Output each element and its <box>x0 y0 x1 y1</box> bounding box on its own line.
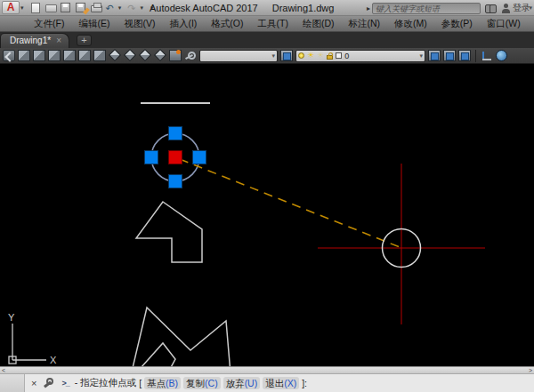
polyline-entity-triangle[interactable] <box>141 343 175 366</box>
grip-bottom[interactable] <box>169 175 182 188</box>
search-collapse-icon[interactable]: ▸ <box>367 4 370 12</box>
layer-color-swatch <box>336 52 342 59</box>
layer-viewport-freeze-icon[interactable]: ☀ <box>317 52 324 60</box>
grip-left[interactable] <box>145 151 158 164</box>
command-option-undo[interactable]: 放弃(U) <box>223 377 261 389</box>
view-sw-iso-icon[interactable] <box>109 50 121 61</box>
command-option-base-point[interactable]: 基点(B) <box>144 377 181 389</box>
layer-lock-icon[interactable] <box>327 55 333 60</box>
new-tab-button[interactable]: + <box>77 35 92 46</box>
layer-states-icon[interactable] <box>428 50 441 61</box>
app-menu-logo[interactable]: A <box>2 1 20 14</box>
menu-edit[interactable]: 编辑(E) <box>71 16 117 31</box>
scroll-left-icon[interactable]: < <box>2 367 5 373</box>
redo-dropdown-icon[interactable]: ▾ <box>140 4 143 12</box>
command-prompt[interactable]: - 指定拉伸点或 [ 基点(B) 复制(C) 放弃(U) 退出(X) ]: <box>75 377 307 389</box>
menu-format[interactable]: 格式(O) <box>204 16 250 31</box>
command-customize-icon[interactable] <box>43 378 53 388</box>
named-views-icon[interactable] <box>3 50 15 61</box>
menu-modify[interactable]: 修改(M) <box>387 16 434 31</box>
menu-bar: 文件(F) 编辑(E) 视图(V) 插入(I) 格式(O) 工具(T) 绘图(D… <box>0 16 534 32</box>
layer-combo[interactable]: ☀ ☀ 0 ▾ <box>295 50 425 62</box>
ucs-icon: Y X <box>8 312 57 365</box>
menu-insert[interactable]: 插入(I) <box>162 16 204 31</box>
command-bracket-open: [ <box>139 378 142 388</box>
autocad-window: A ▾ ↶ ▾ ↷ ▾ ▾ Autodesk AutoCAD 2017 Draw… <box>0 0 534 392</box>
redo-icon[interactable]: ↷ <box>127 3 135 13</box>
search-icon[interactable] <box>485 4 498 12</box>
open-file-icon[interactable] <box>45 3 57 13</box>
view-combo-dropdown-icon[interactable]: ▾ <box>269 52 275 60</box>
show-motion-icon[interactable] <box>184 50 197 61</box>
save-as-icon[interactable] <box>76 3 87 13</box>
print-icon[interactable] <box>91 3 102 13</box>
tab-close-icon[interactable]: × <box>56 36 61 45</box>
layer-thaw-icon[interactable]: ☀ <box>307 52 314 60</box>
undo-icon[interactable]: ↶ <box>106 3 114 13</box>
create-camera-icon[interactable] <box>169 50 182 61</box>
search-input[interactable]: 键入关键字或短语 <box>372 3 481 14</box>
grip-top[interactable] <box>169 127 182 140</box>
layer-properties-icon[interactable] <box>280 50 293 61</box>
new-file-icon[interactable] <box>30 3 42 13</box>
view-back-icon[interactable] <box>93 50 106 61</box>
menu-file[interactable]: 文件(F) <box>27 16 71 31</box>
layer-unisolate-icon[interactable] <box>458 50 471 61</box>
view-ne-iso-icon[interactable] <box>139 50 151 61</box>
menu-view[interactable]: 视图(V) <box>117 16 162 31</box>
menu-window[interactable]: 窗口(W) <box>480 16 528 31</box>
view-right-icon[interactable] <box>63 50 76 61</box>
toolbar-separator <box>475 50 476 62</box>
app-title: Autodesk AutoCAD 2017 <box>150 3 258 13</box>
tab-drawing1[interactable]: Drawing1* × <box>0 33 69 48</box>
document-title: Drawing1.dwg <box>272 3 335 13</box>
user-icon[interactable] <box>502 4 510 13</box>
titlebar-overflow-icon[interactable]: ▾ <box>529 4 532 12</box>
menu-draw[interactable]: 绘图(D) <box>295 16 342 31</box>
command-prompt-icon[interactable]: >_ <box>61 379 69 388</box>
layer-on-off-icon[interactable] <box>298 52 304 59</box>
horizontal-scrollbar[interactable]: < > <box>0 366 534 373</box>
menu-help[interactable]: 帮助(H) <box>528 16 534 31</box>
scroll-right-icon[interactable]: > <box>529 367 532 373</box>
menu-parametric[interactable]: 参数(P) <box>434 16 480 31</box>
layer-isolate-icon[interactable] <box>443 50 456 61</box>
drawing-canvas[interactable]: Y X <box>0 64 534 366</box>
view-left-icon[interactable] <box>48 50 61 61</box>
view-layer-toolbar: ▾ ☀ ☀ 0 ▾ <box>0 48 534 64</box>
view-front-icon[interactable] <box>78 50 91 61</box>
command-option-exit[interactable]: 退出(X) <box>263 377 299 389</box>
app-menu-dropdown-icon[interactable]: ▾ <box>20 4 24 12</box>
command-line-bar[interactable]: × >_ - 指定拉伸点或 [ 基点(B) 复制(C) 放弃(U) 退出(X) … <box>0 373 534 392</box>
command-line-grip[interactable] <box>0 374 25 392</box>
polyline-entity-mountain[interactable] <box>133 308 231 366</box>
layer-combo-value: 0 <box>344 52 349 60</box>
tab-label: Drawing1* <box>10 34 51 48</box>
help-search: ▸ 键入关键字或短语 登录 <box>367 2 530 14</box>
view-nw-iso-icon[interactable] <box>154 50 166 61</box>
command-close-icon[interactable]: × <box>31 379 36 388</box>
view-se-iso-icon[interactable] <box>124 50 136 61</box>
view-combo[interactable]: ▾ <box>199 50 278 62</box>
menu-dimension[interactable]: 标注(N) <box>342 16 388 31</box>
save-icon[interactable] <box>61 3 72 13</box>
file-tab-bar: Drawing1* × + <box>0 32 534 48</box>
sign-in-link[interactable]: 登录 <box>513 2 530 14</box>
grip-right[interactable] <box>193 151 206 164</box>
view-bottom-icon[interactable] <box>33 50 45 61</box>
layer-combo-dropdown-icon[interactable]: ▾ <box>417 52 423 60</box>
rubber-band-line <box>180 159 400 247</box>
grip-center-selected[interactable] <box>169 151 182 164</box>
polygon-entity-house[interactable] <box>136 202 202 262</box>
command-bracket-close: ]: <box>302 378 307 388</box>
ucs-y-label: Y <box>8 312 15 323</box>
ucs-x-label: X <box>50 355 57 365</box>
named-ucs-globe-icon[interactable] <box>496 50 507 61</box>
menu-tools[interactable]: 工具(T) <box>251 16 295 31</box>
command-prompt-text: - 指定拉伸点或 <box>75 377 136 389</box>
ucs-icon-button[interactable] <box>481 50 493 61</box>
window-title: Autodesk AutoCAD 2017 Drawing1.dwg <box>150 0 334 16</box>
view-top-icon[interactable] <box>18 50 30 61</box>
command-option-copy[interactable]: 复制(C) <box>183 377 221 389</box>
undo-dropdown-icon[interactable]: ▾ <box>118 4 122 12</box>
